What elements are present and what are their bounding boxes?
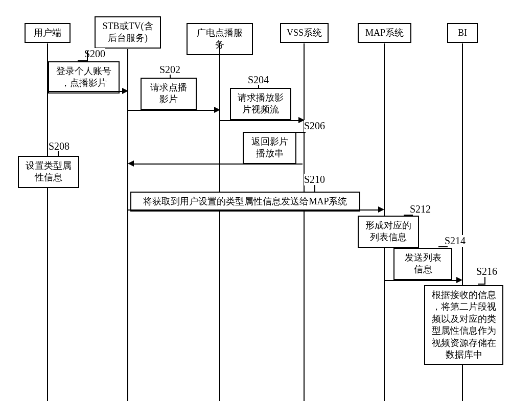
lifeline-stb [127, 49, 128, 401]
step-label-s214: S214 [445, 235, 466, 247]
connector-s216h [478, 284, 485, 285]
msg-s200: 登录个人账号 ，点播影片 [48, 61, 120, 94]
msg-s216: 根据接收的信息 ，将第二片段视 频以及对应的类 型属性信息作为 视频资源存储在 … [424, 285, 503, 365]
msg-s208: 设置类型属 性信息 [18, 156, 79, 188]
arrow-s202 [128, 110, 215, 111]
participant-map: MAP系统 [358, 23, 411, 43]
connector-s206 [295, 132, 306, 133]
arrowhead-s202 [214, 107, 220, 113]
step-label-s208: S208 [49, 141, 69, 152]
lifeline-vod [219, 43, 220, 401]
arrowhead-s206 [128, 160, 134, 167]
connector-s200v [87, 51, 88, 60]
step-label-s212: S212 [410, 203, 431, 215]
arrowhead-s200 [122, 88, 128, 94]
step-label-s204: S204 [248, 74, 269, 86]
msg-s212: 形成对应的 列表信息 [358, 216, 419, 248]
msg-s210: 将获取到用户设置的类型属性信息发送给MAP系统 [130, 192, 360, 212]
arrowhead-s210 [378, 206, 384, 213]
arrow-s200 [48, 91, 122, 92]
msg-s214: 发送列表 信息 [393, 248, 452, 280]
lifeline-user [47, 43, 48, 401]
arrow-s204 [220, 120, 299, 121]
msg-s204: 请求播放影 片视频流 [230, 88, 291, 120]
step-label-s216: S216 [476, 266, 497, 277]
step-label-s206: S206 [304, 120, 325, 132]
participant-bi: BI [447, 23, 478, 43]
msg-s202: 请求点播 影片 [141, 78, 197, 110]
arrow-s210 [128, 209, 379, 211]
participant-user: 用户端 [25, 23, 71, 43]
lifeline-vss [304, 43, 305, 401]
msg-s206: 返回影片 播放串 [243, 132, 296, 164]
participant-stb: STB或TV(含 后台服务) [95, 16, 161, 49]
step-label-s210: S210 [304, 174, 325, 185]
arrowhead-s214 [456, 277, 462, 283]
arrow-s206 [133, 164, 303, 165]
step-label-s202: S202 [159, 64, 180, 76]
participant-vss: VSS系统 [280, 23, 329, 43]
arrow-s214 [385, 280, 456, 281]
connector-s214 [438, 246, 448, 247]
